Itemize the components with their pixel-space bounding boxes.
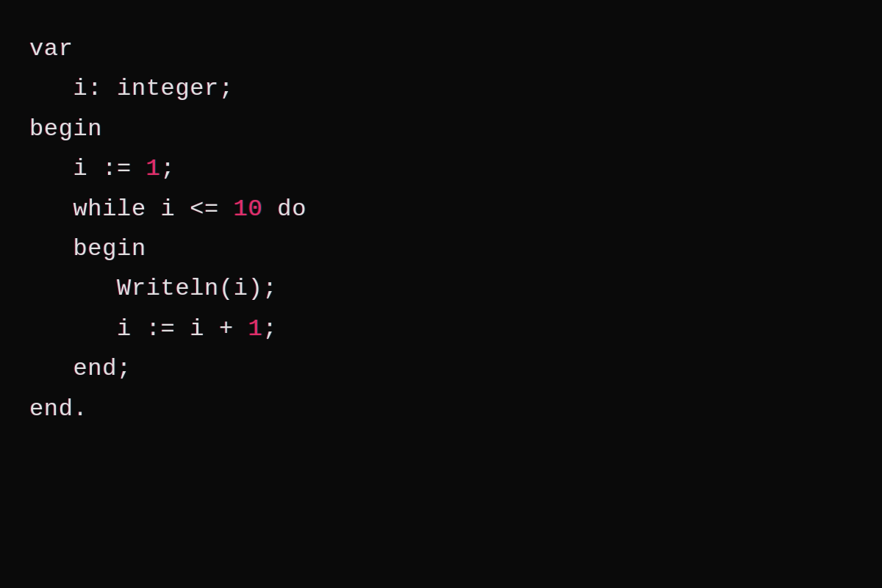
code-line-assign-1: i := 1; [29,149,306,189]
code-line-begin-inner: begin [29,229,306,269]
number-literal: 10 [234,196,263,223]
number-literal: 1 [248,315,263,343]
code-line-end-outer: end. [29,390,306,429]
code-line-end-inner: end; [29,349,306,389]
code-line-assign-2: i := i + 1; [29,309,306,349]
number-literal: 1 [146,155,161,182]
code-line-var-keyword: var [29,29,306,69]
code-line-while-stmt: while i <= 10 do [29,190,306,229]
code-line-writeln-stmt: Writeln(i); [29,269,306,309]
code-editor: var i: integer;begin i := 1; while i <= … [0,0,336,459]
code-line-begin-outer: begin [29,110,306,149]
code-line-var-decl: i: integer; [29,69,306,109]
